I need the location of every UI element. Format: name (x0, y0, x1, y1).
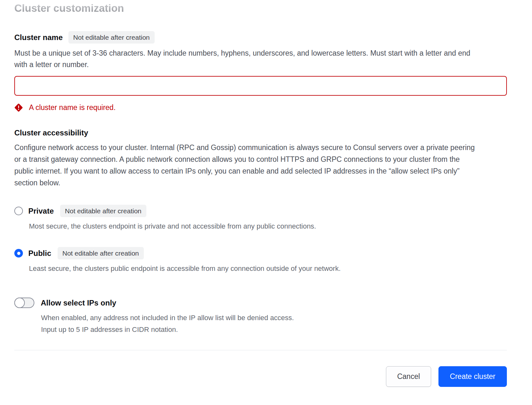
footer-actions: Cancel Create cluster (14, 366, 507, 387)
cluster-accessibility-description: Configure network access to your cluster… (14, 142, 476, 189)
cancel-button[interactable]: Cancel (386, 366, 431, 387)
cluster-name-error-text: A cluster name is required. (29, 103, 116, 112)
cluster-name-input[interactable] (14, 76, 507, 96)
toggle-knob (14, 298, 25, 308)
radio-private-label: Private (28, 207, 54, 216)
allow-ips-description: When enabled, any address not included i… (41, 312, 455, 335)
radio-public[interactable] (14, 249, 23, 257)
allow-ips-toggle[interactable] (14, 298, 34, 308)
cluster-name-help: Must be a unique set of 3-36 characters.… (14, 47, 476, 70)
allow-ips-description-line2: Input up to 5 IP addresses in CIDR notat… (41, 326, 178, 333)
cluster-name-label: Cluster name (14, 33, 63, 42)
radio-public-description: Least secure, the clusters public endpoi… (29, 263, 474, 274)
radio-private[interactable] (14, 207, 23, 215)
cluster-accessibility-heading: Cluster accessibility (14, 128, 476, 137)
radio-public-label: Public (28, 249, 51, 258)
footer-divider (14, 350, 507, 350)
radio-public-badge: Not editable after creation (58, 247, 144, 259)
allow-ips-description-line1: When enabled, any address not included i… (41, 314, 294, 322)
allow-ips-label: Allow select IPs only (41, 299, 116, 307)
cluster-name-label-row: Cluster name Not editable after creation (14, 31, 476, 44)
accessibility-option-public: Public Not editable after creation (14, 247, 476, 259)
allow-ips-row: Allow select IPs only (14, 298, 476, 308)
cluster-name-badge: Not editable after creation (68, 31, 154, 44)
accessibility-option-private: Private Not editable after creation (14, 205, 476, 217)
radio-private-badge: Not editable after creation (60, 205, 146, 217)
cluster-customization-form: Cluster customization Cluster name Not e… (0, 0, 532, 400)
alert-diamond-icon (14, 103, 23, 112)
cluster-name-error: A cluster name is required. (14, 103, 476, 112)
page-title: Cluster customization (14, 2, 124, 15)
radio-private-description: Most secure, the clusters endpoint is pr… (29, 221, 474, 232)
create-cluster-button[interactable]: Create cluster (438, 366, 507, 387)
